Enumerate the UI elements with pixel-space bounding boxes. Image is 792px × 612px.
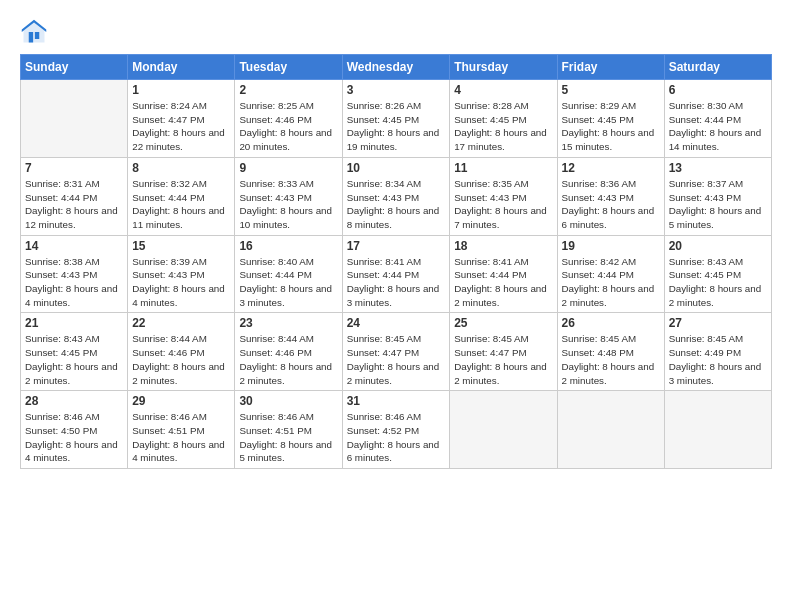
day-info: Sunrise: 8:29 AMSunset: 4:45 PMDaylight:… [562,99,660,154]
svg-rect-4 [35,32,39,39]
day-info: Sunrise: 8:35 AMSunset: 4:43 PMDaylight:… [454,177,552,232]
day-number: 3 [347,83,446,97]
day-number: 10 [347,161,446,175]
day-info: Sunrise: 8:25 AMSunset: 4:46 PMDaylight:… [239,99,337,154]
day-info: Sunrise: 8:43 AMSunset: 4:45 PMDaylight:… [25,332,123,387]
calendar-cell: 12Sunrise: 8:36 AMSunset: 4:43 PMDayligh… [557,157,664,235]
calendar-cell: 15Sunrise: 8:39 AMSunset: 4:43 PMDayligh… [128,235,235,313]
day-number: 17 [347,239,446,253]
calendar-cell: 21Sunrise: 8:43 AMSunset: 4:45 PMDayligh… [21,313,128,391]
day-info: Sunrise: 8:45 AMSunset: 4:49 PMDaylight:… [669,332,767,387]
calendar-cell: 31Sunrise: 8:46 AMSunset: 4:52 PMDayligh… [342,391,450,469]
calendar-cell [664,391,771,469]
calendar-cell: 30Sunrise: 8:46 AMSunset: 4:51 PMDayligh… [235,391,342,469]
day-of-week-header: Wednesday [342,55,450,80]
calendar-cell [450,391,557,469]
calendar-cell: 19Sunrise: 8:42 AMSunset: 4:44 PMDayligh… [557,235,664,313]
day-number: 21 [25,316,123,330]
day-number: 30 [239,394,337,408]
calendar-week-row: 14Sunrise: 8:38 AMSunset: 4:43 PMDayligh… [21,235,772,313]
day-number: 23 [239,316,337,330]
day-info: Sunrise: 8:38 AMSunset: 4:43 PMDaylight:… [25,255,123,310]
day-of-week-header: Saturday [664,55,771,80]
day-number: 8 [132,161,230,175]
day-info: Sunrise: 8:30 AMSunset: 4:44 PMDaylight:… [669,99,767,154]
day-info: Sunrise: 8:34 AMSunset: 4:43 PMDaylight:… [347,177,446,232]
day-number: 12 [562,161,660,175]
day-number: 6 [669,83,767,97]
day-number: 13 [669,161,767,175]
logo [20,18,52,46]
calendar-header-row: SundayMondayTuesdayWednesdayThursdayFrid… [21,55,772,80]
day-number: 31 [347,394,446,408]
day-of-week-header: Tuesday [235,55,342,80]
day-info: Sunrise: 8:32 AMSunset: 4:44 PMDaylight:… [132,177,230,232]
calendar-cell: 1Sunrise: 8:24 AMSunset: 4:47 PMDaylight… [128,80,235,158]
svg-marker-1 [24,22,45,43]
calendar-cell: 26Sunrise: 8:45 AMSunset: 4:48 PMDayligh… [557,313,664,391]
day-number: 28 [25,394,123,408]
day-number: 29 [132,394,230,408]
day-info: Sunrise: 8:41 AMSunset: 4:44 PMDaylight:… [347,255,446,310]
day-info: Sunrise: 8:45 AMSunset: 4:47 PMDaylight:… [454,332,552,387]
day-number: 9 [239,161,337,175]
day-info: Sunrise: 8:41 AMSunset: 4:44 PMDaylight:… [454,255,552,310]
calendar-week-row: 1Sunrise: 8:24 AMSunset: 4:47 PMDaylight… [21,80,772,158]
day-number: 19 [562,239,660,253]
day-number: 27 [669,316,767,330]
calendar-cell: 17Sunrise: 8:41 AMSunset: 4:44 PMDayligh… [342,235,450,313]
day-info: Sunrise: 8:44 AMSunset: 4:46 PMDaylight:… [132,332,230,387]
day-of-week-header: Friday [557,55,664,80]
calendar-cell: 6Sunrise: 8:30 AMSunset: 4:44 PMDaylight… [664,80,771,158]
day-number: 4 [454,83,552,97]
day-number: 5 [562,83,660,97]
day-number: 11 [454,161,552,175]
day-info: Sunrise: 8:40 AMSunset: 4:44 PMDaylight:… [239,255,337,310]
day-info: Sunrise: 8:39 AMSunset: 4:43 PMDaylight:… [132,255,230,310]
day-info: Sunrise: 8:37 AMSunset: 4:43 PMDaylight:… [669,177,767,232]
day-info: Sunrise: 8:31 AMSunset: 4:44 PMDaylight:… [25,177,123,232]
day-number: 1 [132,83,230,97]
calendar-cell: 8Sunrise: 8:32 AMSunset: 4:44 PMDaylight… [128,157,235,235]
day-info: Sunrise: 8:24 AMSunset: 4:47 PMDaylight:… [132,99,230,154]
calendar-week-row: 7Sunrise: 8:31 AMSunset: 4:44 PMDaylight… [21,157,772,235]
day-info: Sunrise: 8:36 AMSunset: 4:43 PMDaylight:… [562,177,660,232]
calendar-cell: 11Sunrise: 8:35 AMSunset: 4:43 PMDayligh… [450,157,557,235]
day-info: Sunrise: 8:46 AMSunset: 4:51 PMDaylight:… [239,410,337,465]
calendar-table: SundayMondayTuesdayWednesdayThursdayFrid… [20,54,772,469]
day-info: Sunrise: 8:46 AMSunset: 4:51 PMDaylight:… [132,410,230,465]
day-info: Sunrise: 8:46 AMSunset: 4:50 PMDaylight:… [25,410,123,465]
day-info: Sunrise: 8:43 AMSunset: 4:45 PMDaylight:… [669,255,767,310]
calendar-week-row: 28Sunrise: 8:46 AMSunset: 4:50 PMDayligh… [21,391,772,469]
calendar-cell: 16Sunrise: 8:40 AMSunset: 4:44 PMDayligh… [235,235,342,313]
calendar-cell: 28Sunrise: 8:46 AMSunset: 4:50 PMDayligh… [21,391,128,469]
day-number: 18 [454,239,552,253]
calendar-cell: 18Sunrise: 8:41 AMSunset: 4:44 PMDayligh… [450,235,557,313]
calendar-cell: 14Sunrise: 8:38 AMSunset: 4:43 PMDayligh… [21,235,128,313]
calendar-cell [557,391,664,469]
day-of-week-header: Thursday [450,55,557,80]
day-number: 14 [25,239,123,253]
page: SundayMondayTuesdayWednesdayThursdayFrid… [0,0,792,612]
calendar-cell: 13Sunrise: 8:37 AMSunset: 4:43 PMDayligh… [664,157,771,235]
calendar-cell [21,80,128,158]
day-number: 2 [239,83,337,97]
day-number: 22 [132,316,230,330]
svg-rect-3 [29,32,33,43]
day-info: Sunrise: 8:26 AMSunset: 4:45 PMDaylight:… [347,99,446,154]
day-info: Sunrise: 8:33 AMSunset: 4:43 PMDaylight:… [239,177,337,232]
calendar-cell: 9Sunrise: 8:33 AMSunset: 4:43 PMDaylight… [235,157,342,235]
day-info: Sunrise: 8:44 AMSunset: 4:46 PMDaylight:… [239,332,337,387]
calendar-cell: 25Sunrise: 8:45 AMSunset: 4:47 PMDayligh… [450,313,557,391]
day-number: 20 [669,239,767,253]
day-info: Sunrise: 8:45 AMSunset: 4:48 PMDaylight:… [562,332,660,387]
header [20,18,772,46]
day-number: 26 [562,316,660,330]
day-number: 15 [132,239,230,253]
day-info: Sunrise: 8:28 AMSunset: 4:45 PMDaylight:… [454,99,552,154]
calendar-cell: 20Sunrise: 8:43 AMSunset: 4:45 PMDayligh… [664,235,771,313]
calendar-cell: 27Sunrise: 8:45 AMSunset: 4:49 PMDayligh… [664,313,771,391]
calendar-cell: 4Sunrise: 8:28 AMSunset: 4:45 PMDaylight… [450,80,557,158]
day-info: Sunrise: 8:46 AMSunset: 4:52 PMDaylight:… [347,410,446,465]
calendar-week-row: 21Sunrise: 8:43 AMSunset: 4:45 PMDayligh… [21,313,772,391]
